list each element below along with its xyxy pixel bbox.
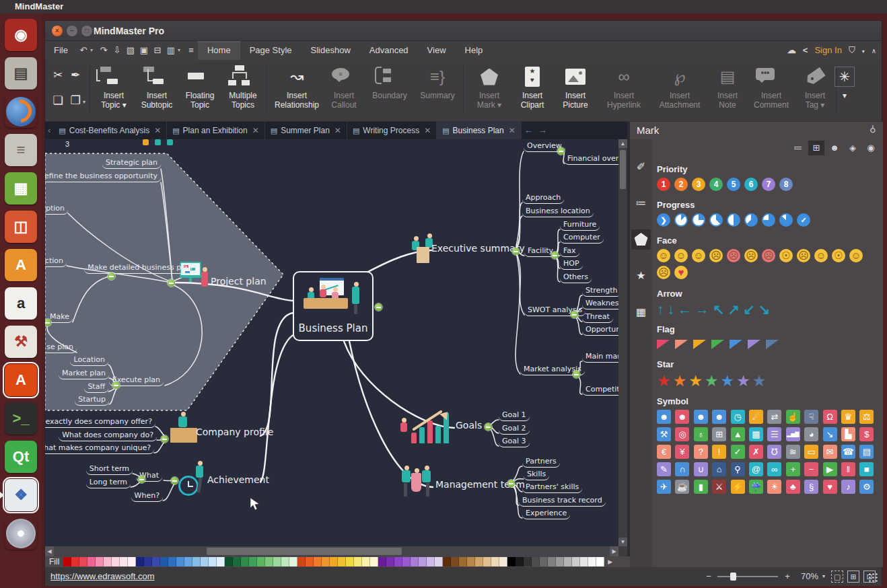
subtopic-partners-skills[interactable]: Partners' skills: [522, 482, 582, 493]
launcher-item-terminal[interactable]: >_: [5, 402, 37, 435]
multiple-topics-button[interactable]: MultipleTopics: [221, 63, 264, 119]
launcher-item-qt-creator[interactable]: Qt: [5, 441, 37, 473]
format-painter-button[interactable]: ✒: [68, 68, 83, 83]
topic-achievement[interactable]: Achievement: [207, 474, 269, 485]
collapse-marker-icon[interactable]: [138, 476, 145, 483]
face-shocked-icon[interactable]: ☉: [832, 249, 845, 262]
symbol-crossed-knives-icon[interactable]: ⚔: [712, 480, 726, 494]
progress-start-icon[interactable]: ❯: [657, 213, 670, 227]
presentation-button[interactable]: ⊡: [863, 571, 876, 583]
progress-25pct-icon[interactable]: [692, 213, 705, 227]
fill-swatch[interactable]: [475, 557, 483, 566]
subtopic-market-plan[interactable]: Market plan: [59, 369, 109, 379]
symbol-link-icon[interactable]: ∞: [767, 462, 781, 476]
symbol-rocket-icon[interactable]: ▲: [731, 427, 745, 441]
flag-3-icon[interactable]: [693, 340, 706, 349]
arrow-down-right-icon[interactable]: ↘: [758, 302, 771, 317]
priority-7-icon[interactable]: 7: [762, 178, 775, 191]
priority-3-icon[interactable]: 3: [692, 178, 705, 191]
collapse-marker-icon[interactable]: [485, 423, 492, 431]
doc-tab-cost-benefits-analysis[interactable]: ▤Cost-Benefits Analysis✕: [53, 122, 167, 139]
collapse-marker-icon[interactable]: [512, 248, 520, 255]
paste-caret-icon[interactable]: ▾: [83, 99, 85, 105]
face-grin-icon[interactable]: ☺: [657, 249, 670, 262]
zoom-in-button[interactable]: +: [782, 567, 793, 586]
progress-50pct-icon[interactable]: [727, 213, 740, 227]
mindmap-canvas[interactable]: Business Plan3Project planExecutive summ…: [45, 139, 618, 546]
fit-all-button[interactable]: ⊞: [847, 571, 859, 583]
symbol-group-icon[interactable]: ☻: [712, 410, 726, 424]
launcher-item-amazon[interactable]: a: [5, 287, 37, 320]
face-bored-icon[interactable]: ☺: [814, 249, 828, 262]
redo-icon[interactable]: ↷: [97, 41, 110, 60]
symbol-phone-icon[interactable]: ☎: [841, 445, 855, 459]
star-7-icon[interactable]: ★: [752, 373, 767, 389]
fill-swatch[interactable]: [233, 557, 241, 566]
subtopic-main-market[interactable]: Main market: [582, 352, 618, 363]
fill-swatch[interactable]: [588, 557, 596, 566]
fill-swatch[interactable]: [354, 557, 362, 566]
symbol-folder-icon[interactable]: ▭: [804, 445, 818, 459]
arrow-down-left-icon[interactable]: ↙: [743, 302, 755, 317]
scroll-down-icon[interactable]: ▼: [618, 538, 627, 546]
fill-swatch[interactable]: [265, 557, 273, 566]
fill-swatch[interactable]: [306, 557, 314, 566]
floating-topic-button[interactable]: FloatingTopic: [178, 63, 221, 119]
symbol-plane-icon[interactable]: ✈: [657, 480, 671, 494]
launcher-item-libreoffice-calc[interactable]: ▦: [5, 172, 37, 205]
collapse-marker-icon[interactable]: [108, 272, 115, 280]
window-titlebar[interactable]: MindMaster Pro ×−□: [45, 21, 882, 41]
subtopic-what-does-company-do[interactable]: What does company do?: [59, 431, 157, 441]
launcher-item-firefox[interactable]: [5, 96, 37, 128]
symbol-globe-icon[interactable]: ♁: [694, 427, 708, 441]
arrow-left-icon[interactable]: ←: [678, 302, 692, 317]
topic-company-profile[interactable]: Company profile: [196, 427, 273, 437]
subtopic-staff[interactable]: Staff: [84, 382, 108, 393]
symbol-gear-icon[interactable]: ⚙: [859, 480, 874, 494]
fill-swatch[interactable]: [209, 557, 217, 566]
fill-swatch[interactable]: [346, 557, 354, 566]
fill-swatch[interactable]: [168, 557, 176, 566]
subtopic-se-plan[interactable]: se plan: [45, 342, 77, 353]
shirt-icon[interactable]: ⛉: [849, 45, 855, 55]
boundary-button[interactable]: Boundary: [365, 63, 414, 119]
share-icon[interactable]: <: [803, 45, 808, 55]
launcher-item-system-settings[interactable]: ⚒: [5, 326, 37, 358]
fill-swatch[interactable]: [225, 557, 233, 566]
subtopic-furniture[interactable]: Furniture: [560, 220, 600, 231]
subtopic-when[interactable]: When?: [131, 491, 163, 502]
edrawsoft-link[interactable]: https://www.edrawsoft.com: [50, 567, 155, 586]
symbol-search-icon[interactable]: ⚲: [731, 462, 745, 476]
fill-swatch[interactable]: [160, 557, 168, 566]
star-6-icon[interactable]: ★: [736, 373, 750, 389]
subtopic-startup[interactable]: Startup: [75, 395, 109, 406]
face-tired-icon[interactable]: ☹: [797, 249, 810, 262]
symbol-stop-icon[interactable]: ■: [859, 462, 874, 476]
symbol-pause-icon[interactable]: ‖: [841, 462, 855, 476]
fill-swatch[interactable]: [516, 557, 524, 566]
symbol-member-icon[interactable]: ☻: [694, 410, 708, 424]
fill-swatch[interactable]: [338, 557, 346, 566]
fill-swatch[interactable]: [394, 557, 402, 566]
fill-swatch[interactable]: [152, 557, 160, 566]
fill-swatch[interactable]: [507, 557, 516, 566]
launcher-item-ubuntu-dash[interactable]: ◉: [5, 19, 37, 51]
subtopic-experience[interactable]: Experience: [522, 509, 570, 519]
subtopic-others[interactable]: Others: [560, 272, 592, 283]
fill-swatch[interactable]: [499, 557, 507, 566]
tab-nav-left-icon[interactable]: ←: [522, 122, 536, 139]
fill-swatch[interactable]: [459, 557, 467, 566]
launcher-item-cd-burner[interactable]: [5, 517, 37, 550]
vertical-scrollbar[interactable]: ▲▼: [618, 139, 627, 546]
fill-swatch[interactable]: [136, 557, 144, 566]
symbol-scales-icon[interactable]: ⚖: [859, 410, 874, 424]
fill-swatch[interactable]: [120, 557, 128, 566]
symbol-coffee-icon[interactable]: ☕: [675, 480, 689, 494]
insert-attachment-button[interactable]: ℘InsertAttachment: [651, 63, 709, 119]
star-2-icon[interactable]: ★: [673, 373, 687, 389]
tab-nav-right-icon[interactable]: →: [536, 122, 550, 139]
fill-swatch[interactable]: [144, 557, 152, 566]
subtopic-location[interactable]: Location: [70, 355, 108, 366]
symbol-calendar-icon[interactable]: ▦: [749, 427, 763, 441]
launcher-item-software-center[interactable]: A: [5, 364, 37, 396]
